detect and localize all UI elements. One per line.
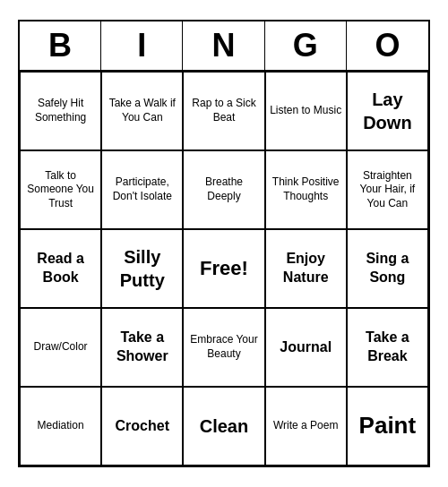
bingo-cell-12[interactable]: Free! [183,229,264,308]
bingo-cell-10[interactable]: Read a Book [20,229,101,308]
bingo-cell-8[interactable]: Think Positive Thoughts [265,150,347,229]
header-b: B [20,21,101,70]
bingo-cell-3[interactable]: Listen to Music [265,72,347,150]
bingo-cell-18[interactable]: Journal [265,308,347,387]
header-o: O [347,21,428,70]
bingo-cell-22[interactable]: Clean [183,387,264,466]
bingo-cell-17[interactable]: Embrace Your Beauty [183,308,264,387]
bingo-cell-11[interactable]: Silly Putty [101,229,183,308]
bingo-cell-21[interactable]: Crochet [101,387,183,466]
header-i: I [101,21,183,70]
bingo-grid: Safely Hit SomethingTake a Walk if You C… [20,72,428,466]
bingo-cell-6[interactable]: Participate, Don't Isolate [101,150,183,229]
bingo-cell-5[interactable]: Talk to Someone You Trust [20,150,101,229]
bingo-cell-0[interactable]: Safely Hit Something [20,72,101,150]
bingo-cell-14[interactable]: Sing a Song [347,229,428,308]
header-n: N [183,21,264,70]
bingo-cell-9[interactable]: Straighten Your Hair, if You Can [347,150,428,229]
header-g: G [265,21,347,70]
bingo-cell-1[interactable]: Take a Walk if You Can [101,72,183,150]
bingo-cell-24[interactable]: Paint [347,387,428,466]
bingo-cell-4[interactable]: Lay Down [347,72,428,150]
bingo-card: B I N G O Safely Hit SomethingTake a Wal… [18,20,430,467]
bingo-cell-13[interactable]: Enjoy Nature [265,229,347,308]
bingo-cell-20[interactable]: Mediation [20,387,101,466]
bingo-cell-16[interactable]: Take a Shower [101,308,183,387]
bingo-cell-15[interactable]: Draw/Color [20,308,101,387]
bingo-cell-23[interactable]: Write a Poem [265,387,347,466]
bingo-cell-2[interactable]: Rap to a Sick Beat [183,72,264,150]
bingo-cell-19[interactable]: Take a Break [347,308,428,387]
bingo-header: B I N G O [20,21,428,72]
bingo-cell-7[interactable]: Breathe Deeply [183,150,264,229]
